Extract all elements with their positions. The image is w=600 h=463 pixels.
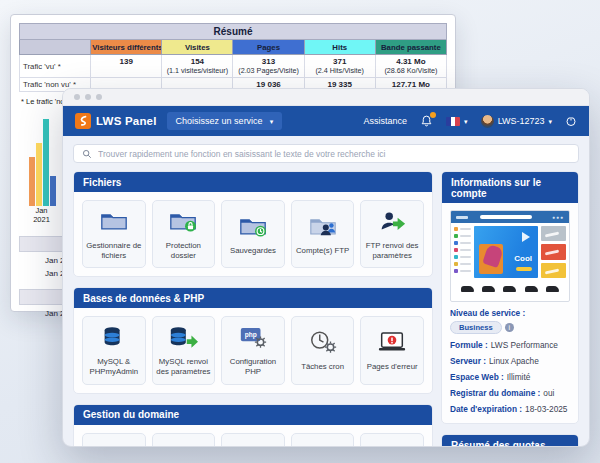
table-cell: 313(2.03 Pages/Visite) <box>233 55 304 78</box>
account-menu[interactable]: LWS-12723 ▾ <box>481 115 552 128</box>
account-info-row: Registrar du domaine :oui <box>450 388 570 398</box>
chart-category-label: Jan 2021 <box>29 206 54 225</box>
section-header: Fichiers <box>74 172 432 192</box>
account-info-header: Informations sur le compte <box>442 172 578 203</box>
info-value: 18-03-2025 <box>525 404 567 414</box>
info-icon[interactable]: i <box>505 323 514 332</box>
french-flag-icon <box>446 117 460 126</box>
window-titlebar <box>63 89 589 106</box>
section-header: Bases de données & PHP <box>74 288 432 308</box>
clock-gear-icon <box>308 329 338 358</box>
chart-bar-group <box>29 119 56 206</box>
feature-card[interactable] <box>152 433 216 447</box>
account-info-row: Date d'expiration :18-03-2025 <box>450 404 570 414</box>
info-label: Niveau de service : <box>450 308 525 318</box>
window-dot-icon[interactable] <box>85 94 91 100</box>
feature-card-label: Gestionnaire de fichiers <box>85 241 143 260</box>
feature-card[interactable]: MySQL & PHPmyAdmin <box>82 316 146 384</box>
info-value: LWS Performance <box>491 340 558 350</box>
feature-card[interactable] <box>221 433 285 447</box>
page: RésuméVisiteurs différentsVisitesPagesHi… <box>0 0 600 463</box>
window-dot-icon[interactable] <box>96 94 102 100</box>
lws-logo-icon <box>75 113 91 129</box>
feature-card-label: Compte(s) FTP <box>296 246 349 256</box>
table-cell: 154(1.1 visites/visiteur) <box>162 55 233 78</box>
column-header: Hits <box>304 40 375 55</box>
database-icon <box>99 324 129 353</box>
feature-card[interactable]: Tâches cron <box>291 316 355 384</box>
folder-users-icon <box>308 213 338 242</box>
quotas-card: Résumé des quotas Espace Web 25 / 250 Go… <box>441 434 579 447</box>
chevron-down-icon: ▾ <box>548 118 552 125</box>
assistance-link[interactable]: Assistance <box>364 116 408 126</box>
feature-card[interactable]: phpConfiguration PHP <box>221 316 285 384</box>
sidebar: Informations sur le compte ●●● <box>441 171 579 447</box>
column-header: Visites <box>162 40 233 55</box>
section-header: Gestion du domaine <box>74 405 432 425</box>
brand[interactable]: LWS Panel <box>75 113 157 129</box>
column-header: Pages <box>233 40 304 55</box>
chart-bar <box>29 157 35 207</box>
table-cell: 139 <box>91 55 162 78</box>
feature-sections: FichiersGestionnaire de fichiersProtecti… <box>73 171 433 447</box>
avatar <box>481 115 494 128</box>
panel-content: FichiersGestionnaire de fichiersProtecti… <box>63 136 589 447</box>
feature-card[interactable]: Sauvegardes <box>221 200 285 268</box>
account-info-card: Informations sur le compte ●●● <box>441 171 579 424</box>
feature-card-label: Tâches cron <box>301 362 344 372</box>
info-value: oui <box>543 388 554 398</box>
feature-card[interactable]: FTP renvoi des paramètres <box>360 200 424 268</box>
account-info-row: Espace Web :Illimité <box>450 372 570 382</box>
search-bar <box>73 144 579 163</box>
column-header: Bande passante <box>375 40 446 55</box>
feature-card[interactable]: Pages d'erreur <box>360 316 424 384</box>
feature-card-label: FTP renvoi des paramètres <box>363 241 421 260</box>
site-preview-thumbnail: ●●● Cool <box>450 210 570 302</box>
language-selector[interactable]: ▾ <box>446 117 468 126</box>
database-arrow-icon <box>168 324 198 353</box>
traffic-summary-table: RésuméVisiteurs différentsVisitesPagesHi… <box>19 23 447 92</box>
info-label: Date d'expiration : <box>450 404 522 414</box>
feature-card[interactable]: Gestionnaire de fichiers <box>82 200 146 268</box>
feature-card-label: Configuration PHP <box>224 357 282 376</box>
brand-label: LWS Panel <box>96 115 157 127</box>
feature-card[interactable]: DNS <box>291 433 355 447</box>
thumb-header: ●●● <box>451 211 569 223</box>
play-icon <box>522 232 530 242</box>
feature-card[interactable] <box>82 433 146 447</box>
chevron-down-icon: ▾ <box>270 118 274 125</box>
thumb-banner: Cool <box>474 226 538 278</box>
feature-card[interactable]: Compte(s) FTP <box>291 200 355 268</box>
info-value: Illimité <box>507 372 531 382</box>
quotas-header: Résumé des quotas <box>442 435 578 447</box>
search-input[interactable] <box>98 149 570 159</box>
table-title: Résumé <box>20 24 447 40</box>
folder-clock-icon <box>238 213 268 242</box>
feature-card[interactable] <box>360 433 424 447</box>
column-header: Visiteurs différents <box>91 40 162 55</box>
window-dot-icon[interactable] <box>74 94 80 100</box>
info-label: Registrar du domaine : <box>450 388 540 398</box>
thumb-categories <box>454 226 471 278</box>
row-label: Trafic 'vu' * <box>20 55 91 78</box>
account-info-row: Formule :LWS Performance <box>450 340 570 350</box>
feature-card[interactable]: Protection dossier <box>152 200 216 268</box>
notifications-bell-icon[interactable] <box>420 114 433 128</box>
search-icon <box>82 149 92 159</box>
account-id: LWS-12723 <box>498 116 545 126</box>
feature-card-label: Protection dossier <box>155 241 213 260</box>
error-page-icon <box>377 329 407 358</box>
section-gestion-du-domaine: Gestion du domaineDNS <box>73 404 433 447</box>
section-bases-de-donn-es-php: Bases de données & PHPMySQL & PHPmyAdmin… <box>73 287 433 393</box>
feature-card-label: Pages d'erreur <box>367 362 418 372</box>
lws-panel-window: LWS Panel Choisissez un service ▾ Assist… <box>62 88 590 447</box>
chevron-down-icon: ▾ <box>464 118 468 125</box>
logout-power-icon[interactable] <box>565 115 577 127</box>
navbar: LWS Panel Choisissez un service ▾ Assist… <box>63 106 589 136</box>
thumb-products-row <box>451 281 569 297</box>
choose-service-button[interactable]: Choisissez un service ▾ <box>167 112 283 130</box>
feature-card[interactable]: MySQL renvoi des paramètres <box>152 316 216 384</box>
info-value: Linux Apache <box>489 356 539 366</box>
chart-bar <box>43 119 49 206</box>
info-label: Serveur : <box>450 356 486 366</box>
